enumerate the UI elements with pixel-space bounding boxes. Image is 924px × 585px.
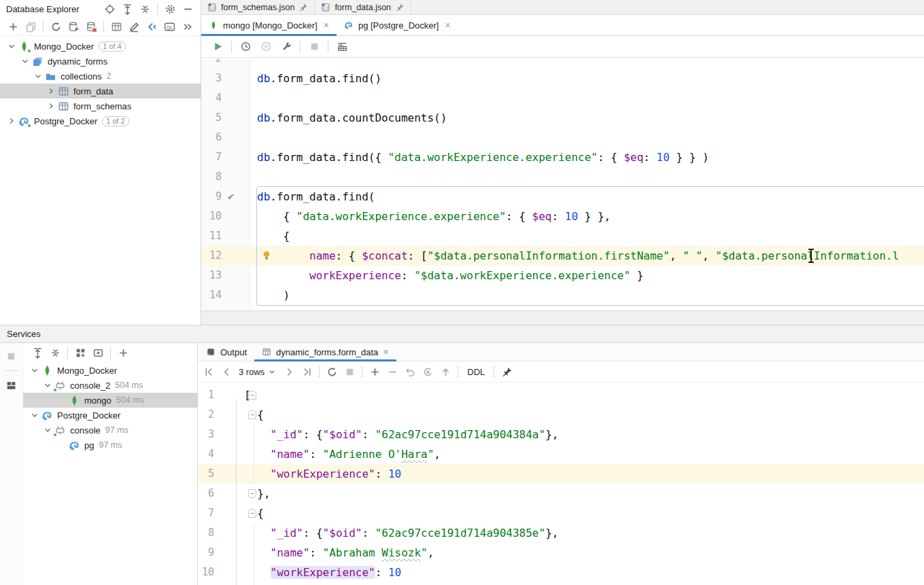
tab-pg-console[interactable]: pg [Postgre_Docker] × xyxy=(337,15,458,35)
expand-all-icon[interactable] xyxy=(118,1,136,17)
services-layout-icon[interactable] xyxy=(3,377,20,393)
add-row-icon[interactable] xyxy=(366,364,383,380)
collapse-all-icon[interactable] xyxy=(136,1,154,17)
result-line[interactable]: 9 "name": "Abraham Wisozk", xyxy=(199,543,924,563)
code-line[interactable]: 8 xyxy=(201,167,924,187)
service-postgre-docker[interactable]: Postgre_Docker xyxy=(23,408,197,423)
group-by-icon[interactable] xyxy=(71,345,89,361)
chevron-right-icon[interactable] xyxy=(5,115,18,127)
code-line[interactable]: 12 name: { $concat: ["$data.personalInfo… xyxy=(201,246,924,266)
tab-form-data-grid[interactable]: dynamic_forms.form_data × xyxy=(254,343,396,361)
result-line[interactable]: 3 "_id": {"$oid": "62ac97cce191d714a9043… xyxy=(199,425,924,444)
chevron-down-icon[interactable] xyxy=(32,70,44,82)
expand-all-icon[interactable] xyxy=(29,345,46,361)
previous-page-icon[interactable] xyxy=(218,364,235,380)
tree-item-mongo-docker[interactable]: Mongo_Docker 1 of 4 xyxy=(0,39,201,54)
modify-object-icon[interactable] xyxy=(125,18,143,35)
close-icon[interactable]: × xyxy=(324,20,329,31)
tab-output[interactable]: Output xyxy=(199,343,254,361)
chevron-down-icon[interactable] xyxy=(5,40,18,52)
history-icon[interactable] xyxy=(237,39,254,55)
query-editor[interactable]: 2 3db.form_data.find() 4 5db.form_data.c… xyxy=(201,58,924,311)
tab-form-data-json[interactable]: form_data.json xyxy=(315,0,411,14)
parameters-icon[interactable] xyxy=(257,39,275,55)
service-console-2[interactable]: console_2 504 ms xyxy=(23,378,197,393)
code-line[interactable]: 7db.form_data.find({ "data.workExperienc… xyxy=(201,147,924,167)
next-page-icon[interactable] xyxy=(280,364,298,380)
code-line[interactable]: 5db.form_data.countDocuments() xyxy=(201,108,924,128)
code-line[interactable]: 2 xyxy=(201,58,924,69)
ddl-button[interactable]: DDL xyxy=(462,366,490,378)
result-line[interactable]: 7− { xyxy=(199,503,924,523)
tree-item-form-schemas[interactable]: form_schemas xyxy=(0,99,201,113)
intention-bulb-icon[interactable] xyxy=(261,250,272,261)
code-line[interactable]: 4 xyxy=(201,88,924,108)
data-source-properties-icon[interactable] xyxy=(65,18,82,35)
stop-icon[interactable] xyxy=(341,364,358,380)
open-in-new-frame-icon[interactable] xyxy=(89,345,107,361)
code-line[interactable]: 14 ) xyxy=(201,285,924,305)
first-page-icon[interactable] xyxy=(200,364,218,380)
service-pg-session[interactable]: pg 97 ms xyxy=(23,438,197,453)
tree-item-form-data[interactable]: form_data xyxy=(0,84,201,99)
collapse-all-icon[interactable] xyxy=(46,345,64,361)
fold-marker[interactable]: − xyxy=(248,509,256,518)
fold-marker[interactable]: − xyxy=(248,391,256,400)
detach-session-icon[interactable] xyxy=(82,18,100,35)
stop-icon[interactable] xyxy=(3,348,20,364)
pin-icon[interactable] xyxy=(395,3,405,12)
result-line[interactable]: 2− { xyxy=(199,405,924,425)
fold-marker[interactable]: − xyxy=(248,489,256,498)
duplicate-icon[interactable] xyxy=(22,18,39,35)
tree-item-postgre-docker[interactable]: Postgre_Docker 1 of 2 xyxy=(0,113,201,128)
commit-icon[interactable] xyxy=(437,364,454,380)
code-line[interactable]: 10 { "data.workExperience.experience": {… xyxy=(201,207,924,226)
code-line[interactable]: 13 workExperience: "$data.workExperience… xyxy=(201,266,924,285)
last-page-icon[interactable] xyxy=(298,364,315,380)
reload-page-icon[interactable] xyxy=(323,364,341,380)
result-line[interactable]: 1−[ xyxy=(199,385,924,405)
output-layout-icon[interactable] xyxy=(333,39,351,55)
stop-icon[interactable] xyxy=(305,39,323,55)
code-line[interactable]: 9✔db.form_data.find( xyxy=(201,187,924,207)
fold-marker[interactable]: − xyxy=(248,410,256,419)
revert-changes-icon[interactable] xyxy=(401,364,419,380)
page-size-dropdown[interactable]: 3 rows xyxy=(235,367,280,377)
code-line[interactable]: 11 { xyxy=(201,226,924,246)
services-title-bar[interactable]: Services xyxy=(0,325,924,343)
pin-tab-icon[interactable] xyxy=(498,364,515,380)
chevron-right-icon[interactable] xyxy=(45,85,57,97)
result-line[interactable]: 6− }, xyxy=(199,484,924,503)
hide-panel-icon[interactable] xyxy=(179,1,196,17)
delete-row-icon[interactable] xyxy=(383,364,401,380)
run-icon[interactable] xyxy=(209,39,226,55)
submit-changes-icon[interactable] xyxy=(419,364,437,380)
view-as-table-icon[interactable] xyxy=(107,18,125,35)
chevron-down-icon[interactable] xyxy=(29,364,41,376)
result-line[interactable]: 10 "workExperience": 10 xyxy=(199,563,924,582)
settings-gear-icon[interactable] xyxy=(161,1,179,17)
jump-to-console-icon[interactable] xyxy=(143,18,160,35)
tab-form-schemas-json[interactable]: form_schemas.json xyxy=(201,0,315,14)
code-line[interactable]: 3db.form_data.find() xyxy=(201,69,924,88)
locate-icon[interactable] xyxy=(101,1,118,17)
refresh-icon[interactable] xyxy=(47,18,65,35)
result-json-viewer[interactable]: 1−[ 2− { 3 "_id": {"$oid": "62ac97cce191… xyxy=(199,383,924,585)
result-line[interactable]: 4 "name": "Adrienne O'Hara", xyxy=(199,444,924,464)
chevron-down-icon[interactable] xyxy=(41,424,54,436)
add-service-icon[interactable] xyxy=(114,345,132,361)
chevron-down-icon[interactable] xyxy=(19,55,31,67)
open-query-console-icon[interactable] xyxy=(160,18,178,35)
tab-mongo-console[interactable]: mongo [Mongo_Docker] × xyxy=(201,15,337,35)
service-mongo-docker[interactable]: Mongo_Docker xyxy=(23,363,197,378)
chevron-down-icon[interactable] xyxy=(29,409,41,421)
code-line[interactable]: 6 xyxy=(201,128,924,147)
service-console[interactable]: console 97 ms xyxy=(23,423,197,438)
chevron-down-icon[interactable] xyxy=(41,379,54,391)
chevron-right-icon[interactable] xyxy=(45,100,57,112)
add-datasource-icon[interactable] xyxy=(4,18,22,35)
result-line[interactable]: 8 "_id": {"$oid": "62ac97cce191d714a9043… xyxy=(199,523,924,543)
service-mongo-session[interactable]: mongo 504 ms xyxy=(23,393,197,408)
tree-item-collections[interactable]: collections 2 xyxy=(0,69,201,84)
console-settings-icon[interactable] xyxy=(277,39,295,55)
